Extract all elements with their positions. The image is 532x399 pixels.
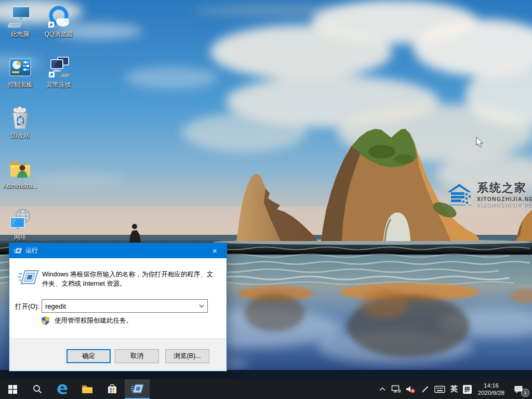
desktop-screen: 此电脑 QQ浏览器 <box>0 0 532 399</box>
browse-button[interactable]: 浏览(B)... <box>165 349 209 363</box>
run-dialog-title: 运行 <box>25 246 203 255</box>
pen-icon <box>421 385 429 393</box>
this-pc-icon <box>7 4 33 30</box>
edge-browser-button[interactable] <box>50 379 75 399</box>
keyboard-icon <box>434 385 445 393</box>
combobox-dropdown-button[interactable] <box>196 300 207 312</box>
broadband-label: 宽带连接 <box>46 82 71 88</box>
uac-shield-icon <box>41 316 50 325</box>
taskbar-empty-area <box>150 379 376 399</box>
store-button[interactable] <box>100 379 125 399</box>
desktop-icon-recycle-bin[interactable]: 回收站 <box>0 105 41 139</box>
run-dialog-body: Windows 将根据你所输入的名称，为你打开相应的程序、文件夹、文档或 Int… <box>9 258 227 339</box>
mouse-cursor <box>476 137 484 148</box>
admin-folder-icon <box>7 156 33 182</box>
volume-muted-icon <box>406 385 416 394</box>
ime-pinyin-badge: 拼 <box>463 385 472 394</box>
run-command-input[interactable] <box>42 300 196 312</box>
chevron-up-icon <box>379 386 386 392</box>
run-dialog-description: Windows 将根据你所输入的名称，为你打开相应的程序、文件夹、文档或 Int… <box>42 270 216 288</box>
desktop-icon-broadband[interactable]: 宽带连接 <box>38 55 79 88</box>
watermark: 系统之家 XITONGZHIJIA.NET XITONGZHIJIA.NET <box>447 182 530 209</box>
watermark-logo-icon <box>447 182 474 207</box>
watermark-reflection: XITONGZHIJIA.NET <box>477 203 532 209</box>
admin-folder-label: Administra... <box>3 183 38 190</box>
search-icon <box>33 384 42 394</box>
broadband-icon <box>46 55 72 81</box>
windows-logo-icon <box>8 385 17 394</box>
run-icon <box>17 269 39 287</box>
network-icon <box>7 207 33 233</box>
run-dialog-titlebar[interactable]: 运行 × <box>9 243 227 258</box>
admin-privileges-row: 使用管理权限创建此任务。 <box>41 316 132 325</box>
network-status-icon <box>391 385 401 393</box>
file-explorer-button[interactable] <box>75 379 100 399</box>
edge-icon <box>56 383 69 395</box>
qq-browser-label: QQ浏览器 <box>45 31 73 38</box>
recycle-bin-icon <box>7 105 33 131</box>
desktop-icon-admin-folder[interactable]: Administra... <box>0 156 41 190</box>
clock-time: 14:16 <box>478 382 504 389</box>
taskbar-run-app-button[interactable] <box>125 379 150 399</box>
action-center-button[interactable]: 1 <box>508 379 529 399</box>
tray-volume-muted[interactable] <box>403 379 418 399</box>
tray-clock[interactable]: 14:16 2020/9/28 <box>474 379 508 399</box>
desktop-icon-this-pc[interactable]: 此电脑 <box>0 4 41 38</box>
run-app-icon <box>130 383 144 395</box>
control-panel-icon <box>7 55 33 81</box>
cancel-button[interactable]: 取消 <box>115 349 159 363</box>
qq-browser-icon <box>46 4 72 30</box>
tray-ime-indicator[interactable]: 拼 <box>460 379 474 399</box>
close-button[interactable]: × <box>203 243 227 258</box>
ok-button[interactable]: 确定 <box>66 349 111 363</box>
desktop-icon-network[interactable]: 网络 <box>0 207 41 241</box>
run-command-combobox[interactable] <box>42 299 208 313</box>
admin-note: 使用管理权限创建此任务。 <box>55 316 132 325</box>
watermark-subtitle: XITONGZHIJIA.NET <box>477 196 532 202</box>
run-dialog-footer: 确定 取消 浏览(B)... <box>9 338 227 371</box>
desktop-icon-qq-browser[interactable]: QQ浏览器 <box>38 4 79 38</box>
control-panel-label: 控制面板 <box>8 82 33 88</box>
tray-touch-keyboard[interactable] <box>432 379 448 399</box>
watermark-title: 系统之家 <box>477 182 532 194</box>
start-button[interactable] <box>0 379 25 399</box>
network-label: 网络 <box>14 234 26 241</box>
tray-network[interactable] <box>389 379 403 399</box>
store-icon <box>107 383 118 395</box>
chevron-down-icon <box>199 304 204 308</box>
taskbar: 英 拼 14:16 2020/9/28 1 <box>0 379 532 399</box>
recycle-bin-label: 回收站 <box>11 132 30 139</box>
notification-count-badge: 1 <box>522 389 529 396</box>
open-label: 打开(O): <box>15 302 39 311</box>
tray-pen[interactable] <box>418 379 432 399</box>
tray-language-indicator[interactable]: 英 <box>448 379 460 399</box>
clock-date: 2020/9/28 <box>478 389 504 396</box>
run-titlebar-icon <box>14 247 22 255</box>
file-explorer-icon <box>81 383 94 395</box>
desktop-icon-control-panel[interactable]: 控制面板 <box>0 55 41 88</box>
tray-show-hidden-icons[interactable] <box>376 379 389 399</box>
search-button[interactable] <box>25 379 50 399</box>
run-dialog: 运行 × Windows 将根据你所输入的名称，为你打开相应的程序、文件夹、文档… <box>9 243 227 371</box>
this-pc-label: 此电脑 <box>11 31 30 38</box>
system-tray: 英 拼 14:16 2020/9/28 1 <box>376 379 532 399</box>
